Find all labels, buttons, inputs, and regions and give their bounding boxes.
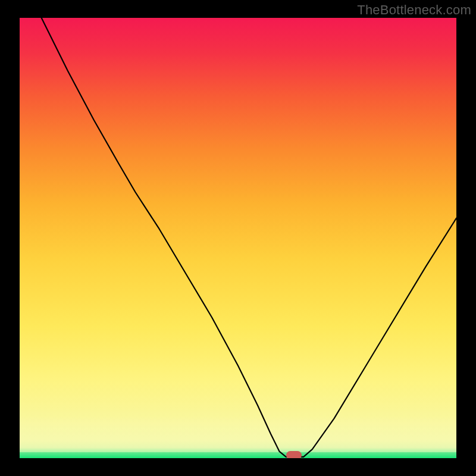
watermark-label: TheBottleneck.com	[357, 2, 471, 18]
chart-frame: TheBottleneck.com	[0, 0, 476, 476]
bottleneck-curve	[20, 18, 456, 458]
optimal-marker	[286, 451, 302, 458]
plot-area	[20, 18, 456, 458]
